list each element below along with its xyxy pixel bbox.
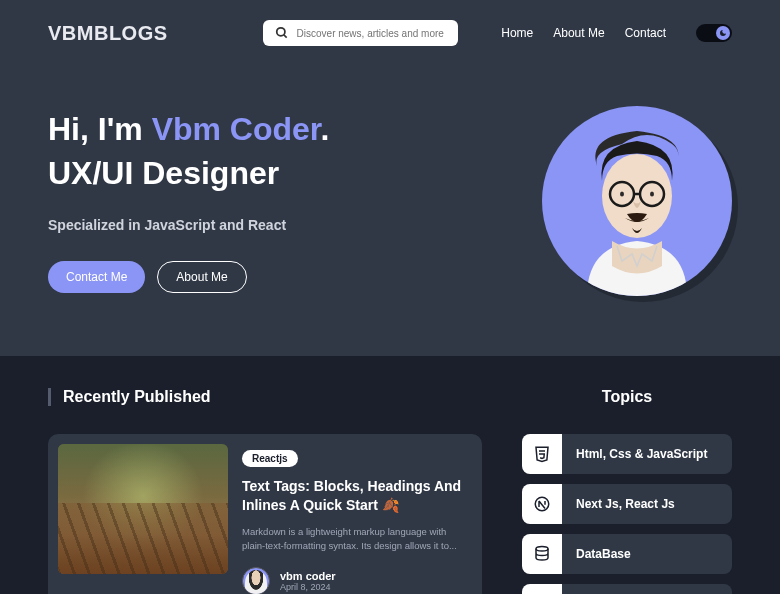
post-date: April 8, 2024 <box>280 582 336 592</box>
hero-text: Hi, I'm Vbm Coder. UX/UI Designer Specia… <box>48 109 329 293</box>
about-button[interactable]: About Me <box>157 261 246 293</box>
database-icon <box>522 534 562 574</box>
topic-html-css-js[interactable]: Html, Css & JavaScript <box>522 434 732 474</box>
greeting-prefix: Hi, I'm <box>48 111 152 147</box>
topic-database[interactable]: DataBase <box>522 534 732 574</box>
nav-contact[interactable]: Contact <box>625 26 666 40</box>
logo[interactable]: VBMBLOGS <box>48 22 168 45</box>
svg-point-0 <box>276 28 284 36</box>
post-meta: vbm coder April 8, 2024 <box>242 567 472 594</box>
search-icon <box>275 26 289 40</box>
topics-sidebar: Topics Html, Css & JavaScript Next Js, R… <box>522 388 732 594</box>
hero-greeting: Hi, I'm Vbm Coder. <box>48 109 329 149</box>
hero: Hi, I'm Vbm Coder. UX/UI Designer Specia… <box>0 66 780 356</box>
header: VBMBLOGS Home About Me Contact <box>0 0 780 66</box>
topic-label: Next Js, React Js <box>562 497 689 511</box>
deployment-icon <box>522 584 562 594</box>
svg-point-2 <box>602 154 672 238</box>
svg-line-1 <box>283 35 286 38</box>
post-desc: Markdown is a lightweight markup languag… <box>242 525 472 554</box>
post-tag[interactable]: Reactjs <box>242 450 298 467</box>
search-box[interactable] <box>263 20 458 46</box>
theme-toggle[interactable] <box>696 24 732 42</box>
post-body: Reactjs Text Tags: Blocks, Headings And … <box>242 444 472 594</box>
nextjs-icon <box>522 484 562 524</box>
greeting-name: Vbm Coder <box>152 111 321 147</box>
nav-about[interactable]: About Me <box>553 26 604 40</box>
hero-buttons: Contact Me About Me <box>48 261 329 293</box>
hero-role: UX/UI Designer <box>48 153 329 193</box>
avatar-illustration <box>557 106 717 296</box>
svg-point-7 <box>650 192 654 197</box>
nav: Home About Me Contact <box>501 26 666 40</box>
section-title-topics: Topics <box>522 388 732 406</box>
hero-avatar <box>542 106 732 296</box>
moon-icon <box>716 26 730 40</box>
svg-point-6 <box>620 192 624 197</box>
author-name: vbm coder <box>280 570 336 582</box>
topic-deployment[interactable]: Deployment <box>522 584 732 594</box>
greeting-suffix: . <box>321 111 330 147</box>
search-input[interactable] <box>297 28 446 39</box>
svg-point-9 <box>536 547 548 552</box>
section-title-recently: Recently Published <box>48 388 482 406</box>
post-image <box>58 444 228 574</box>
topic-label: DataBase <box>562 547 645 561</box>
contact-button[interactable]: Contact Me <box>48 261 145 293</box>
post-card[interactable]: Reactjs Text Tags: Blocks, Headings And … <box>48 434 482 594</box>
recently-published: Recently Published Reactjs Text Tags: Bl… <box>48 388 482 594</box>
topic-nextjs-react[interactable]: Next Js, React Js <box>522 484 732 524</box>
nav-home[interactable]: Home <box>501 26 533 40</box>
topic-label: Html, Css & JavaScript <box>562 447 721 461</box>
post-title[interactable]: Text Tags: Blocks, Headings And Inlines … <box>242 477 472 515</box>
html-icon <box>522 434 562 474</box>
content: Recently Published Reactjs Text Tags: Bl… <box>0 356 780 594</box>
author-avatar <box>242 567 270 594</box>
hero-subtitle: Specialized in JavaScript and React <box>48 217 329 233</box>
